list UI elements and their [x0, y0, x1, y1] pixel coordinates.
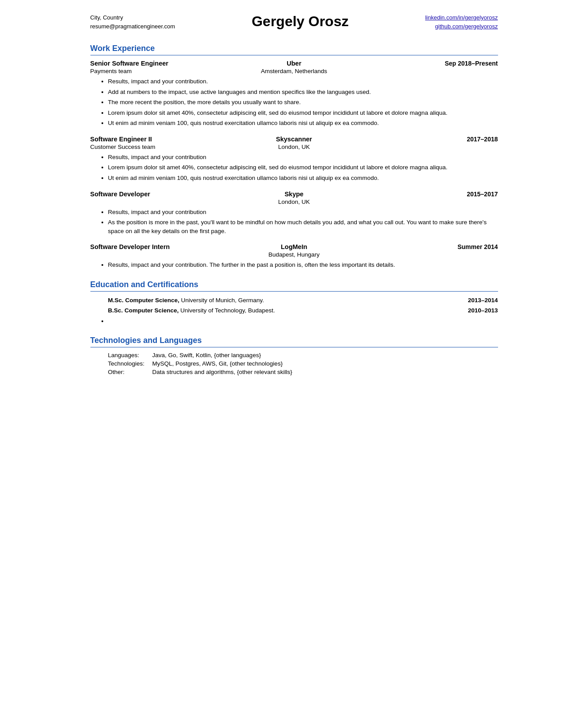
job-skyscanner-company: Skyscanner — [226, 136, 362, 143]
education-msc-degree: M.Sc. Computer Science, — [108, 297, 179, 304]
job-logmein-company: LogMeIn — [226, 243, 362, 250]
job-skype-sub: London, UK — [90, 199, 498, 205]
job-skype-date: 2015–2017 — [362, 191, 498, 198]
header-right: linkedin.com/in/gergelyorosz github.com/… — [425, 13, 498, 31]
tech-languages-label: Languages: — [108, 352, 152, 358]
education-bsc-school: University of Technology, Budapest. — [179, 307, 275, 314]
technologies-list: Languages: Java, Go, Swift, Kotlin, {oth… — [90, 352, 498, 375]
list-item: Results, impact and your contribution. — [108, 77, 498, 86]
list-item: Add at numbers to the impact, use active… — [108, 88, 498, 97]
list-item: Lorem ipsum dolor sit amet 40%, consecte… — [108, 163, 498, 172]
list-item: Results, impact and your contribution — [108, 208, 498, 217]
education-bsc-degree: B.Sc. Computer Science, — [108, 307, 179, 314]
job-skype-company: Skype — [226, 191, 362, 198]
resume-header: City, Country resume@pragmaticengineer.c… — [90, 13, 498, 31]
education-bsc-date: 2010–2013 — [468, 306, 498, 315]
work-experience-divider — [90, 55, 498, 55]
tech-languages: Languages: Java, Go, Swift, Kotlin, {oth… — [108, 352, 498, 358]
linkedin-link[interactable]: linkedin.com/in/gergelyorosz — [425, 13, 498, 22]
job-logmein-date: Summer 2014 — [362, 243, 498, 250]
job-skyscanner-bullets: Results, impact and your contribution Lo… — [90, 153, 498, 183]
job-skype-team — [90, 199, 226, 205]
resume-name: Gergely Orosz — [175, 13, 425, 30]
tech-other: Other: Data structures and algorithms, {… — [108, 369, 498, 375]
job-uber: Senior Software Engineer Uber Sep 2018–P… — [90, 60, 498, 128]
education-list: M.Sc. Computer Science, University of Mu… — [90, 296, 498, 326]
list-item: Ut enim ad minim veniam 100, quis nostru… — [108, 119, 498, 128]
list-item: Ut enim ad minim veniam 100, quis nostru… — [108, 174, 498, 183]
job-skype-header: Software Developer Skype 2015–2017 — [90, 191, 498, 198]
education-bsc-text: B.Sc. Computer Science, University of Te… — [108, 306, 468, 315]
technologies-divider — [90, 347, 498, 347]
job-skyscanner: Software Engineer II Skyscanner 2017–201… — [90, 136, 498, 183]
job-skype: Software Developer Skype 2015–2017 Londo… — [90, 191, 498, 236]
education-msc-school: University of Munich, Germany. — [179, 297, 264, 304]
tech-other-value: Data structures and algorithms, {other r… — [152, 369, 498, 375]
job-logmein: Software Developer Intern LogMeIn Summer… — [90, 243, 498, 269]
tech-technologies-label: Technologies: — [108, 360, 152, 367]
technologies-section: Technologies and Languages Languages: Ja… — [90, 336, 498, 375]
work-experience-title: Work Experience — [90, 44, 498, 53]
tech-technologies: Technologies: MySQL, Postgres, AWS, Git,… — [108, 360, 498, 367]
job-logmein-title: Software Developer Intern — [90, 243, 226, 250]
job-uber-location: Amsterdam, Netherlands — [226, 68, 362, 74]
job-logmein-location: Budapest, Hungary — [226, 251, 362, 258]
job-uber-sub: Payments team Amsterdam, Netherlands — [90, 68, 498, 74]
education-msc: M.Sc. Computer Science, University of Mu… — [108, 296, 498, 305]
job-uber-title: Senior Software Engineer — [90, 60, 226, 67]
education-title: Education and Certifications — [90, 280, 498, 289]
education-empty — [108, 317, 498, 326]
job-logmein-header: Software Developer Intern LogMeIn Summer… — [90, 243, 498, 250]
job-skype-bullets: Results, impact and your contribution As… — [90, 208, 498, 236]
work-experience-section: Work Experience Senior Software Engineer… — [90, 44, 498, 269]
list-item: Results, impact and your contribution — [108, 153, 498, 162]
job-logmein-sub: Budapest, Hungary — [90, 251, 498, 258]
job-skyscanner-header: Software Engineer II Skyscanner 2017–201… — [90, 136, 498, 143]
job-skype-location: London, UK — [226, 199, 362, 205]
header-email: resume@pragmaticengineer.com — [90, 22, 175, 31]
header-left: City, Country resume@pragmaticengineer.c… — [90, 13, 175, 31]
job-uber-header: Senior Software Engineer Uber Sep 2018–P… — [90, 60, 498, 67]
github-link[interactable]: github.com/gergelyorosz — [425, 22, 498, 31]
job-logmein-team — [90, 251, 226, 258]
job-uber-team: Payments team — [90, 68, 226, 74]
list-item: As the position is more in the past, you… — [108, 218, 498, 235]
header-city: City, Country — [90, 13, 175, 22]
education-msc-date: 2013–2014 — [468, 296, 498, 305]
job-skyscanner-sub: Customer Success team London, UK — [90, 144, 498, 150]
job-uber-date: Sep 2018–Present — [362, 60, 498, 67]
job-uber-bullets: Results, impact and your contribution. A… — [90, 77, 498, 128]
technologies-title: Technologies and Languages — [90, 336, 498, 345]
header-center: Gergely Orosz — [175, 13, 425, 30]
education-bsc: B.Sc. Computer Science, University of Te… — [108, 306, 498, 315]
list-item: Lorem ipsum dolor sit amet 40%, consecte… — [108, 109, 498, 117]
job-skyscanner-title: Software Engineer II — [90, 136, 226, 143]
list-item: Results, impact and your contribution. T… — [108, 261, 498, 269]
list-item: The more recent the position, the more d… — [108, 98, 498, 107]
job-logmein-bullets: Results, impact and your contribution. T… — [90, 261, 498, 269]
tech-technologies-value: MySQL, Postgres, AWS, Git, {other techno… — [152, 360, 498, 367]
tech-languages-value: Java, Go, Swift, Kotlin, {other language… — [152, 352, 498, 358]
job-uber-company: Uber — [226, 60, 362, 67]
education-msc-text: M.Sc. Computer Science, University of Mu… — [108, 296, 468, 305]
job-skyscanner-date: 2017–2018 — [362, 136, 498, 143]
job-skyscanner-location: London, UK — [226, 144, 362, 150]
job-skype-title: Software Developer — [90, 191, 226, 198]
job-skyscanner-team: Customer Success team — [90, 144, 226, 150]
education-divider — [90, 291, 498, 292]
education-section: Education and Certifications M.Sc. Compu… — [90, 280, 498, 326]
tech-other-label: Other: — [108, 369, 152, 375]
